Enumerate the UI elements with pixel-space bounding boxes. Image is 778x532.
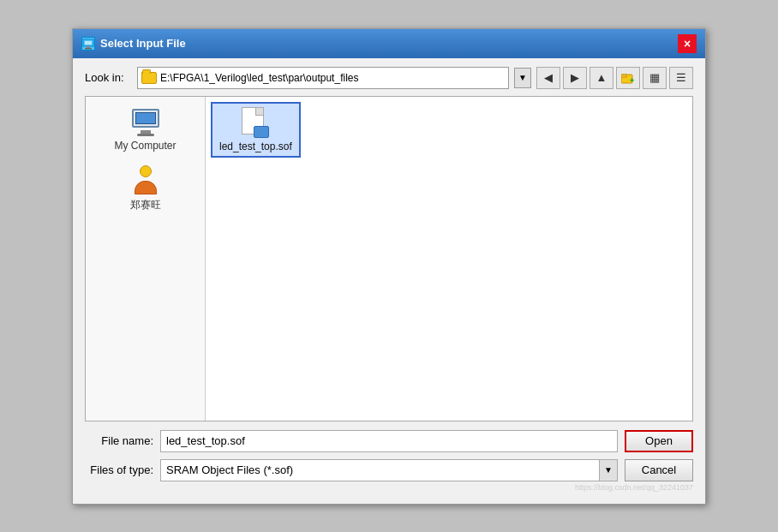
filetype-label: Files of type: bbox=[85, 463, 153, 476]
filename-input[interactable] bbox=[160, 430, 618, 452]
svg-rect-2 bbox=[87, 46, 90, 48]
sidebar-item-user[interactable]: 郑赛旺 bbox=[86, 158, 205, 218]
file-item-label: led_test_top.sof bbox=[219, 140, 292, 152]
cancel-button[interactable]: Cancel bbox=[625, 459, 693, 481]
list-view-button[interactable]: ▦ bbox=[643, 67, 667, 89]
sidebar-item-user-label: 郑赛旺 bbox=[130, 198, 161, 212]
file-item-led-test-top-sof[interactable]: led_test_top.sof bbox=[211, 102, 301, 158]
computer-icon bbox=[130, 109, 161, 136]
title-bar-left: Select Input File bbox=[81, 37, 186, 51]
filename-row: File name: Open bbox=[85, 430, 693, 452]
file-area[interactable]: led_test_top.sof bbox=[206, 97, 692, 421]
filetype-select-wrapper: SRAM Object Files (*.sof) ▼ bbox=[160, 459, 618, 481]
forward-button[interactable]: ▶ bbox=[563, 67, 587, 89]
filename-label: File name: bbox=[85, 434, 153, 447]
filetype-row: Files of type: SRAM Object Files (*.sof)… bbox=[85, 459, 693, 481]
lookin-dropdown-btn[interactable]: ▼ bbox=[514, 68, 531, 88]
bottom-rows: File name: Open Files of type: SRAM Obje… bbox=[85, 430, 693, 481]
lookin-folder-icon bbox=[141, 72, 157, 84]
dialog-body: Look in: E:\FPGA\1_Verilog\led_test\par\… bbox=[73, 58, 705, 504]
select-input-file-dialog: Select Input File × Look in: E:\FPGA\1_V… bbox=[72, 28, 706, 505]
detail-view-button[interactable]: ☰ bbox=[669, 67, 693, 89]
close-button[interactable]: × bbox=[678, 34, 697, 53]
sidebar-item-my-computer-label: My Computer bbox=[114, 140, 176, 152]
lookin-label: Look in: bbox=[85, 71, 132, 84]
new-folder-button[interactable]: + bbox=[616, 67, 640, 89]
toolbar-buttons: ◀ ▶ ▲ + ▦ ☰ bbox=[536, 67, 693, 89]
svg-rect-3 bbox=[85, 48, 92, 50]
user-icon bbox=[130, 165, 161, 194]
open-button[interactable]: Open bbox=[625, 430, 693, 452]
sidebar: My Computer 郑赛旺 bbox=[86, 97, 206, 421]
svg-rect-5 bbox=[621, 75, 626, 77]
sidebar-item-my-computer[interactable]: My Computer bbox=[86, 102, 205, 157]
lookin-path: E:\FPGA\1_Verilog\led_test\par\output_fi… bbox=[160, 72, 505, 84]
up-button[interactable]: ▲ bbox=[589, 67, 613, 89]
sof-file-icon bbox=[242, 107, 269, 138]
svg-rect-1 bbox=[85, 41, 92, 45]
dialog-title: Select Input File bbox=[100, 37, 186, 50]
title-bar: Select Input File × bbox=[73, 29, 705, 58]
back-button[interactable]: ◀ bbox=[536, 67, 560, 89]
dialog-icon bbox=[81, 37, 95, 51]
lookin-row: Look in: E:\FPGA\1_Verilog\led_test\par\… bbox=[85, 67, 693, 89]
svg-text:+: + bbox=[630, 76, 634, 84]
filetype-select[interactable]: SRAM Object Files (*.sof) bbox=[160, 459, 618, 481]
lookin-combo[interactable]: E:\FPGA\1_Verilog\led_test\par\output_fi… bbox=[137, 67, 509, 89]
main-panel: My Computer 郑赛旺 led_test_t bbox=[85, 96, 693, 421]
watermark: https://blog.csdn.net/qq_32241037 bbox=[85, 483, 693, 492]
